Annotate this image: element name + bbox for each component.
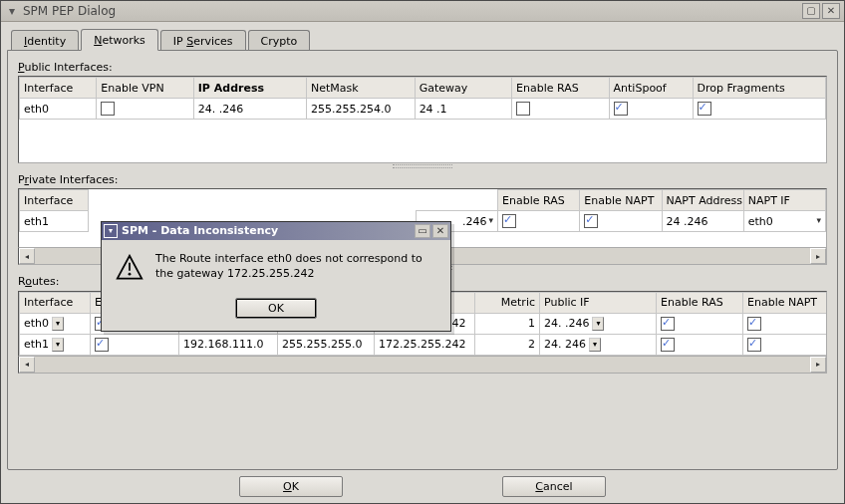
col-napt-if[interactable]: NAPT IF bbox=[743, 190, 825, 211]
ok-button[interactable]: OK bbox=[239, 476, 343, 497]
cell-metric[interactable]: 1 bbox=[475, 313, 540, 334]
checkbox-icon[interactable] bbox=[614, 102, 628, 116]
checkbox-icon[interactable] bbox=[661, 338, 675, 352]
tab-networks[interactable]: Networks bbox=[81, 29, 158, 51]
dialog-button-row: OK Cancel bbox=[7, 476, 838, 497]
window-titlebar[interactable]: ▾ SPM PEP Dialog ▢ ✕ bbox=[1, 1, 844, 22]
scroll-right-button[interactable]: ▸ bbox=[810, 248, 826, 264]
cell-enable-ras[interactable] bbox=[657, 313, 743, 334]
chevron-down-icon[interactable]: ▾ bbox=[52, 317, 64, 331]
col-gateway[interactable]: Gateway bbox=[415, 78, 511, 99]
dialog-titlebar[interactable]: ▾ SPM - Data Inconsistency ▭ ✕ bbox=[102, 222, 450, 240]
cell-enable-napt[interactable] bbox=[580, 211, 662, 232]
cell-napt-if[interactable]: eth0 bbox=[743, 211, 825, 232]
cell-enable-vpn[interactable] bbox=[97, 99, 193, 120]
col-interface[interactable]: Interface bbox=[20, 190, 89, 211]
dialog-close-button[interactable]: ✕ bbox=[432, 224, 448, 238]
data-inconsistency-dialog: ▾ SPM - Data Inconsistency ▭ ✕ The Route… bbox=[101, 221, 451, 332]
col-enable-ras[interactable]: Enable RAS bbox=[657, 292, 743, 313]
cell-enable-ras[interactable] bbox=[657, 334, 743, 355]
table-header-row: Interface Enable RAS Enable NAPT NAPT Ad… bbox=[20, 190, 826, 211]
cell-interface[interactable]: eth0 bbox=[20, 99, 97, 120]
cell-interface[interactable]: eth1▾ bbox=[20, 334, 91, 355]
cell-antispoof[interactable] bbox=[609, 99, 693, 120]
dialog-message: The Route interface eth0 does not corres… bbox=[155, 252, 436, 282]
checkbox-icon[interactable] bbox=[101, 102, 115, 116]
col-enable-napt[interactable]: Enable NAPT bbox=[580, 190, 662, 211]
chevron-down-icon[interactable]: ▾ bbox=[52, 338, 64, 352]
main-window: ▾ SPM PEP Dialog ▢ ✕ Identity Networks I… bbox=[0, 0, 845, 504]
cell-ip[interactable]: 24. .246 bbox=[193, 99, 306, 120]
col-antispoof[interactable]: AntiSpoof bbox=[609, 78, 693, 99]
col-interface[interactable]: Interface bbox=[20, 78, 97, 99]
cell-napt-address[interactable]: 24 .246 bbox=[662, 211, 743, 232]
col-enable-ras[interactable]: Enable RAS bbox=[512, 78, 609, 99]
chevron-down-icon[interactable]: ▾ bbox=[589, 338, 601, 352]
cell-netmask[interactable]: 255.255.254.0 bbox=[306, 99, 415, 120]
checkbox-icon[interactable] bbox=[584, 214, 598, 228]
cell-enable-napt[interactable] bbox=[743, 334, 828, 355]
cell-enable-napt[interactable] bbox=[743, 313, 828, 334]
col-enable-napt[interactable]: Enable NAPT bbox=[743, 292, 828, 313]
dialog-title: SPM - Data Inconsistency bbox=[122, 224, 278, 237]
cell-network[interactable]: 192.168.111.0 bbox=[179, 334, 278, 355]
cell-public-if[interactable]: 24. 246▾ bbox=[540, 334, 657, 355]
checkbox-icon[interactable] bbox=[698, 102, 711, 116]
chevron-down-icon[interactable]: ▾ bbox=[592, 317, 604, 331]
checkbox-icon[interactable] bbox=[747, 317, 761, 331]
table-header-row: Interface Enable VPN IP Address NetMask … bbox=[20, 78, 826, 99]
scroll-left-button[interactable]: ◂ bbox=[19, 357, 35, 373]
scroll-right-button[interactable]: ▸ bbox=[810, 357, 826, 373]
window-maximize-button[interactable]: ▢ bbox=[802, 3, 820, 19]
cell-gateway[interactable]: 24 .1 bbox=[415, 99, 511, 120]
cell-enable-vpn[interactable] bbox=[91, 334, 179, 355]
cell-public-if[interactable]: 24. .246▾ bbox=[540, 313, 657, 334]
tab-crypto-label: Crypto bbox=[261, 35, 298, 48]
scroll-left-button[interactable]: ◂ bbox=[19, 248, 35, 264]
cell-enable-ras[interactable] bbox=[498, 211, 580, 232]
tab-identity[interactable]: Identity bbox=[11, 30, 79, 51]
checkbox-icon[interactable] bbox=[502, 214, 516, 228]
col-public-if[interactable]: Public IF bbox=[540, 292, 657, 313]
col-drop-fragments[interactable]: Drop Fragments bbox=[693, 78, 825, 99]
cell-interface[interactable]: eth1 bbox=[20, 211, 89, 232]
checkbox-icon[interactable] bbox=[516, 102, 530, 116]
col-enable-vpn[interactable]: Enable VPN bbox=[97, 78, 193, 99]
checkbox-icon[interactable] bbox=[661, 317, 675, 331]
routes-hscrollbar[interactable]: ◂ ▸ bbox=[18, 357, 827, 374]
splitter[interactable] bbox=[18, 163, 827, 169]
col-ip-address[interactable]: IP Address bbox=[193, 78, 306, 99]
col-enable-ras[interactable]: Enable RAS bbox=[498, 190, 580, 211]
public-interfaces-label: Public Interfaces: bbox=[18, 61, 827, 74]
tab-ip-services[interactable]: IP Services bbox=[160, 30, 246, 51]
tab-bar: Identity Networks IP Services Crypto bbox=[11, 26, 838, 50]
cell-netmask[interactable]: 255.255.255.0 bbox=[278, 334, 375, 355]
private-interfaces-label: Private Interfaces: bbox=[18, 173, 827, 186]
cell-metric[interactable]: 2 bbox=[475, 334, 540, 355]
dialog-maximize-button[interactable]: ▭ bbox=[415, 224, 430, 238]
table-row[interactable]: eth1▾ 192.168.111.0 255.255.255.0 172.25… bbox=[20, 334, 828, 355]
dialog-button-row: OK bbox=[102, 294, 450, 331]
checkbox-icon[interactable] bbox=[95, 338, 109, 352]
tab-crypto[interactable]: Crypto bbox=[248, 30, 311, 51]
window-close-button[interactable]: ✕ bbox=[822, 3, 840, 19]
svg-point-2 bbox=[129, 273, 132, 276]
checkbox-icon[interactable] bbox=[747, 338, 761, 352]
cell-interface[interactable]: eth0▾ bbox=[20, 313, 91, 334]
scroll-track[interactable] bbox=[35, 359, 810, 371]
cancel-button[interactable]: Cancel bbox=[502, 476, 606, 497]
dialog-body: The Route interface eth0 does not corres… bbox=[102, 240, 450, 294]
col-metric[interactable]: Metric bbox=[475, 292, 540, 313]
app-menu-icon[interactable]: ▾ bbox=[5, 4, 19, 18]
cell-drop-fragments[interactable] bbox=[693, 99, 825, 120]
dialog-menu-icon[interactable]: ▾ bbox=[104, 224, 118, 238]
col-netmask[interactable]: NetMask bbox=[306, 78, 415, 99]
public-interfaces-table[interactable]: Interface Enable VPN IP Address NetMask … bbox=[18, 76, 827, 163]
cell-gateway[interactable]: 172.25.255.242 bbox=[375, 334, 475, 355]
warning-icon bbox=[116, 254, 143, 282]
col-interface[interactable]: Interface bbox=[20, 292, 91, 313]
dialog-ok-button[interactable]: OK bbox=[235, 298, 317, 319]
cell-enable-ras[interactable] bbox=[512, 99, 609, 120]
table-row[interactable]: eth0 24. .246 255.255.254.0 24 .1 bbox=[20, 99, 826, 120]
col-napt-address[interactable]: NAPT Address bbox=[662, 190, 743, 211]
